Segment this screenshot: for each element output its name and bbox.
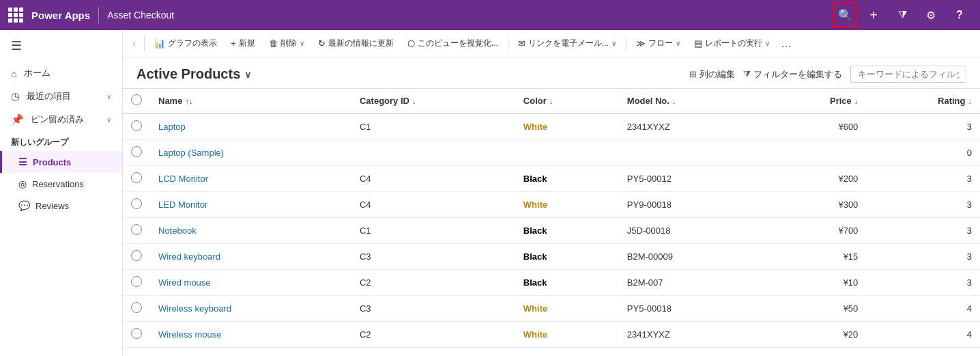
sidebar-label-reviews: Reviews [35, 201, 69, 211]
row-category: C2 [351, 322, 515, 348]
row-name[interactable]: LED Monitor [150, 192, 351, 218]
row-color: Black [515, 218, 619, 244]
row-checkbox[interactable] [131, 250, 142, 261]
flow-arrow[interactable]: ∨ [676, 40, 680, 47]
new-button[interactable]: + 新規 [225, 35, 261, 52]
sidebar-item-reviews[interactable]: 💬 Reviews [0, 195, 122, 217]
row-name[interactable]: Wired keyboard [150, 244, 351, 270]
col-model-label: Model No. [627, 96, 669, 106]
row-checkbox[interactable] [131, 146, 142, 157]
back-button[interactable]: ‹ [128, 35, 140, 53]
row-price: ¥20 [766, 322, 866, 348]
chart-button[interactable]: 📊 グラフの表示 [149, 35, 222, 52]
visualize-button[interactable]: ⬡ このビューを視覚化... [402, 35, 504, 52]
row-color: White [515, 322, 619, 348]
settings-icon-btn[interactable]: ⚙ [919, 3, 943, 27]
col-header-name[interactable]: Name ↑↓ [150, 89, 351, 113]
sidebar-item-pinned[interactable]: 📌 ピン留め済み ∨ [0, 108, 122, 131]
row-checkbox[interactable] [131, 328, 142, 339]
col-price-label: Price [830, 96, 852, 106]
edit-filters-button[interactable]: ⧩ フィルターを編集する [743, 68, 842, 81]
sort-icon-rating[interactable]: ↓ [968, 97, 972, 105]
row-price: ¥15 [766, 244, 866, 270]
delete-button[interactable]: 🗑 削除 ∨ [263, 35, 310, 52]
row-category: C4 [351, 192, 515, 218]
row-rating: 3 [866, 166, 980, 192]
row-checkbox-cell[interactable] [123, 322, 150, 348]
row-name[interactable]: Wireless keyboard [150, 296, 351, 322]
row-checkbox-cell[interactable] [123, 192, 150, 218]
row-checkbox-cell[interactable] [123, 244, 150, 270]
row-checkbox[interactable] [131, 224, 142, 235]
search-icon-btn[interactable]: 🔍 [833, 3, 857, 27]
report-label: レポートの実行 [705, 38, 762, 49]
sort-icon-color[interactable]: ↓ [549, 97, 553, 105]
hamburger-menu[interactable]: ☰ [0, 30, 122, 61]
row-price: ¥700 [766, 218, 866, 244]
select-all-header[interactable] [123, 89, 150, 113]
row-checkbox[interactable] [131, 198, 142, 209]
table-row: Laptop (Sample)0 [123, 140, 980, 166]
row-checkbox-cell[interactable] [123, 140, 150, 166]
sort-icon-category[interactable]: ↓ [412, 97, 416, 105]
chevron-down-icon-3[interactable]: ∨ [244, 69, 251, 80]
delete-arrow[interactable]: ∨ [300, 40, 304, 47]
waffle-menu[interactable] [8, 8, 23, 23]
sort-icon-model[interactable]: ↓ [672, 97, 676, 105]
row-checkbox-cell[interactable] [123, 218, 150, 244]
row-name[interactable]: Wireless mouse [150, 322, 351, 348]
col-header-color[interactable]: Color ↓ [515, 89, 619, 113]
row-checkbox-cell[interactable] [123, 166, 150, 192]
edit-columns-button[interactable]: ⊞ 列の編集 [689, 68, 735, 81]
report-arrow[interactable]: ∨ [765, 40, 770, 47]
table-row: LCD MonitorC4BlackPY5-00012¥2003 [123, 166, 980, 192]
col-header-category[interactable]: Category ID ↓ [351, 89, 515, 113]
col-header-model[interactable]: Model No. ↓ [619, 89, 766, 113]
flow-icon: ≫ [636, 38, 646, 49]
row-checkbox-cell[interactable] [123, 270, 150, 296]
filter-icon-btn[interactable]: ⧩ [890, 3, 914, 27]
keyword-filter-input[interactable] [850, 66, 966, 83]
row-name[interactable]: Laptop [150, 113, 351, 140]
row-checkbox[interactable] [131, 302, 142, 313]
row-checkbox[interactable] [131, 120, 142, 131]
row-name[interactable]: Notebook [150, 218, 351, 244]
email-arrow[interactable]: ∨ [611, 40, 616, 47]
sidebar-item-home[interactable]: ⌂ ホーム [0, 61, 122, 85]
email-button[interactable]: ✉ リンクを電子メール... ∨ [513, 35, 622, 52]
row-checkbox-cell[interactable] [123, 113, 150, 140]
view-actions: ⊞ 列の編集 ⧩ フィルターを編集する [689, 66, 966, 83]
refresh-button[interactable]: ↻ 最新の情報に更新 [313, 35, 399, 52]
view-header: Active Products ∨ ⊞ 列の編集 ⧩ フィルターを編集する [123, 57, 980, 89]
sidebar-item-reservations[interactable]: ◎ Reservations [0, 173, 122, 195]
table-header-row: Name ↑↓ Category ID ↓ Co [123, 89, 980, 113]
recent-icon: ◷ [11, 90, 20, 102]
report-button[interactable]: ▤ レポートの実行 ∨ [689, 35, 775, 52]
flow-button[interactable]: ≫ フロー ∨ [631, 35, 686, 52]
sidebar-item-recent[interactable]: ◷ 最近の項目 ∨ [0, 85, 122, 108]
col-header-rating[interactable]: Rating ↓ [866, 89, 980, 113]
row-name[interactable]: Wired mouse [150, 270, 351, 296]
add-icon-btn[interactable]: + [861, 3, 886, 27]
table-body: LaptopC1White2341XYXZ¥6003Laptop (Sample… [123, 113, 980, 348]
row-checkbox-cell[interactable] [123, 296, 150, 322]
col-header-price[interactable]: Price ↓ [766, 89, 866, 113]
sort-icon-price[interactable]: ↓ [854, 97, 859, 105]
cmd-divider-1 [144, 37, 145, 51]
sort-icon-name[interactable]: ↑↓ [185, 97, 192, 105]
row-category: C1 [351, 218, 515, 244]
select-all-checkbox[interactable] [131, 94, 142, 105]
row-name[interactable]: LCD Monitor [150, 166, 351, 192]
sidebar-item-products[interactable]: ☰ Products [0, 151, 122, 173]
reviews-icon: 💬 [18, 200, 30, 211]
help-icon-btn[interactable]: ? [947, 3, 972, 27]
row-checkbox[interactable] [131, 172, 142, 183]
row-rating: 0 [866, 140, 980, 166]
sidebar-section-label[interactable]: 新しいグループ [0, 131, 122, 151]
more-button[interactable]: … [778, 38, 794, 50]
chart-icon: 📊 [154, 38, 165, 49]
row-checkbox[interactable] [131, 276, 142, 287]
row-name[interactable]: Laptop (Sample) [150, 140, 351, 166]
row-model: PY5-00018 [619, 296, 766, 322]
table-row: Wireless mouseC2White2341XYXZ¥204 [123, 322, 980, 348]
